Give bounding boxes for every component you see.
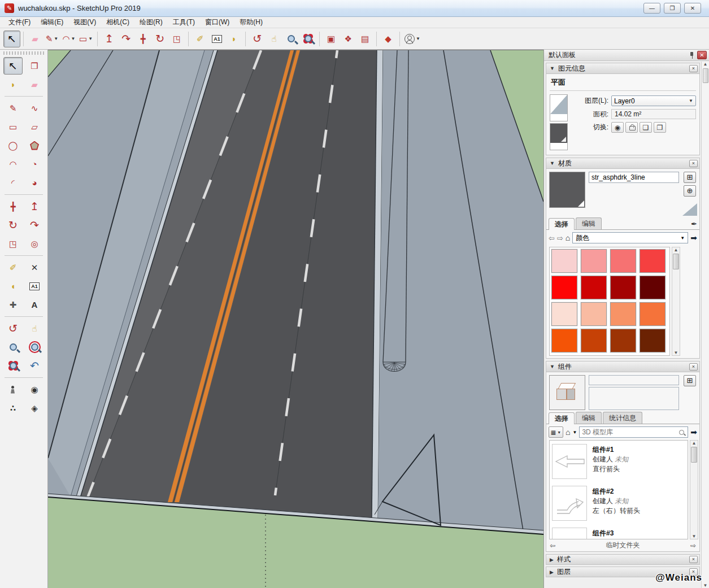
extension-warehouse-tool-button[interactable]: ❖	[340, 31, 356, 47]
materials-header[interactable]: ▼ 材质 ×	[546, 158, 699, 169]
eraser-tool-button[interactable]: ▰	[27, 31, 44, 47]
scroll-thumb[interactable]	[691, 447, 697, 463]
color-swatch-13[interactable]	[581, 329, 607, 352]
color-swatch-5[interactable]	[581, 276, 607, 299]
swatch-scrollbar[interactable]: ▲ ▼	[672, 247, 680, 356]
arc-tool-button[interactable]: ◠	[3, 155, 23, 173]
arc-tool-button[interactable]: ◠▼	[60, 31, 77, 47]
component-list-item-3[interactable]: 组件#3创建人 未知	[550, 524, 688, 539]
rectangle-tool-button[interactable]: ▭▼	[77, 31, 94, 47]
arc-3pt-tool-button[interactable]: ◜	[3, 174, 23, 191]
scale-tool-button[interactable]: ◳	[168, 31, 185, 47]
menu-item-5[interactable]: 工具(T)	[168, 16, 200, 28]
tape-measure-tool-button[interactable]: ✐	[3, 259, 23, 276]
select-tool-button[interactable]: ↖	[3, 57, 23, 75]
tab-select[interactable]: 选择	[549, 412, 575, 424]
maximize-button[interactable]: ❐	[664, 3, 681, 14]
close-icon[interactable]: ×	[689, 556, 698, 563]
push-pull-tool-button[interactable]: ↥	[25, 198, 44, 215]
zoom-extents-tool-button[interactable]	[3, 357, 23, 374]
close-icon[interactable]: ×	[689, 363, 698, 371]
color-swatch-10[interactable]	[610, 302, 636, 326]
menu-item-4[interactable]: 绘图(R)	[134, 16, 168, 28]
next-folder-icon[interactable]: ⇨	[690, 542, 696, 550]
component-name-field[interactable]	[589, 375, 679, 385]
color-swatch-4[interactable]	[551, 276, 577, 299]
cast-shadows-toggle-icon[interactable]: ❐	[654, 122, 666, 133]
component-scrollbar[interactable]: ▲ ▼	[690, 440, 698, 539]
select-tool-button[interactable]: ↖	[3, 31, 20, 47]
pie-tool-button[interactable]: ◔	[25, 155, 44, 173]
rectangle-tool-button[interactable]: ▭	[3, 118, 23, 136]
circle-tool-button[interactable]: ◯	[3, 137, 23, 154]
line-tool-button[interactable]: ✎	[3, 99, 23, 117]
color-swatch-2[interactable]	[610, 249, 636, 273]
color-swatch-12[interactable]	[551, 329, 577, 352]
protractor-tool-button[interactable]: ◖	[3, 277, 23, 295]
zoom-extents-tool-button[interactable]	[299, 31, 316, 47]
tray-close-button[interactable]: ✕	[697, 51, 707, 59]
scroll-down-icon[interactable]: ▼	[703, 583, 708, 588]
tab-statistics[interactable]: 统计信息	[603, 412, 642, 424]
paint-bucket-tool-button[interactable]: ◗	[3, 76, 23, 93]
search-input[interactable]	[580, 428, 679, 436]
offset-tool-button[interactable]: ◎	[25, 235, 44, 252]
styles-section-header[interactable]: ▶ 样式 ×	[546, 554, 700, 565]
chevron-down-icon[interactable]: ▼	[88, 36, 93, 41]
entity-info-header[interactable]: ▼ 图元信息 ×	[546, 63, 699, 74]
polygon-tool-button[interactable]	[25, 137, 44, 154]
pan-tool-button[interactable]: ☝	[266, 31, 282, 47]
component-list-item-1[interactable]: 组件#1创建人 未知直行箭头	[550, 441, 688, 482]
details-arrow-icon[interactable]: ➡	[690, 428, 697, 437]
receive-shadows-toggle-icon[interactable]: ❏	[640, 122, 652, 133]
color-swatch-0[interactable]	[551, 249, 577, 273]
scroll-up-icon[interactable]: ▲	[692, 441, 697, 446]
axes-tool-button[interactable]: ✚	[3, 296, 23, 313]
sample-paint-eyedropper-icon[interactable]: ✒	[691, 220, 697, 229]
menu-item-1[interactable]: 编辑(E)	[36, 16, 68, 28]
orbit-tool-button[interactable]: ↺	[249, 31, 266, 47]
line-tool-button[interactable]: ✎▼	[44, 31, 60, 47]
component-list-item-2[interactable]: 组件#2创建人 未知左（右）转箭头	[550, 482, 688, 524]
menu-item-6[interactable]: 窗口(W)	[200, 16, 234, 28]
scale-tool-button[interactable]: ◳	[3, 235, 23, 252]
component-description-field[interactable]	[589, 387, 679, 410]
paint-bucket-tool-button[interactable]: ◗	[225, 31, 242, 47]
scroll-up-icon[interactable]: ▲	[703, 62, 708, 67]
chevron-down-icon[interactable]: ▼	[71, 36, 76, 41]
tab-edit[interactable]: 编辑	[576, 412, 602, 424]
3d-text-tool-button[interactable]: A	[25, 296, 44, 313]
text-a1-tool-button[interactable]: A1	[25, 277, 44, 295]
color-swatch-14[interactable]	[610, 329, 636, 352]
push-pull-tool-button[interactable]: ↥	[101, 31, 118, 47]
eraser-tool-button[interactable]: ▰	[25, 76, 44, 93]
follow-me-tool-button[interactable]: ↷	[118, 31, 134, 47]
hide-toggle-eye-icon[interactable]: ◉	[611, 122, 624, 133]
dimension-tool-button[interactable]: ✕	[25, 259, 44, 276]
menu-item-7[interactable]: 帮助(H)	[234, 16, 268, 28]
previous-view-tool-button[interactable]: ↶	[25, 357, 44, 374]
tab-edit[interactable]: 编辑	[576, 217, 602, 229]
create-material-button[interactable]: ⊞	[684, 172, 696, 183]
back-face-preview[interactable]	[550, 123, 568, 150]
follow-me-tool-button[interactable]: ↷	[25, 216, 44, 234]
palette-drag-handle[interactable]	[3, 51, 44, 55]
chevron-down-icon[interactable]: ▼	[54, 36, 58, 41]
rotate-tool-button[interactable]: ↻	[3, 216, 23, 234]
tray-scrollbar[interactable]: ▲ ▼	[701, 62, 709, 588]
scroll-down-icon[interactable]: ▼	[674, 350, 678, 355]
menu-item-0[interactable]: 文件(F)	[3, 16, 36, 28]
view-options-button[interactable]: ▦▼	[549, 426, 563, 438]
make-component-tool-button[interactable]: ❒	[25, 57, 44, 75]
menu-item-2[interactable]: 视图(V)	[68, 16, 101, 28]
arc-pie-tool-button[interactable]: ◕	[25, 174, 44, 191]
zoom-tool-button[interactable]	[3, 338, 23, 356]
front-face-preview[interactable]	[550, 94, 568, 121]
pan-tool-button[interactable]: ☝	[25, 320, 44, 337]
text-a1-tool-button[interactable]: A1	[208, 31, 225, 47]
color-swatch-3[interactable]	[640, 249, 665, 273]
search-box[interactable]	[579, 426, 688, 438]
material-name-input[interactable]	[589, 172, 679, 183]
home-icon[interactable]: ⌂	[566, 233, 570, 242]
close-button[interactable]: ✕	[684, 3, 701, 14]
